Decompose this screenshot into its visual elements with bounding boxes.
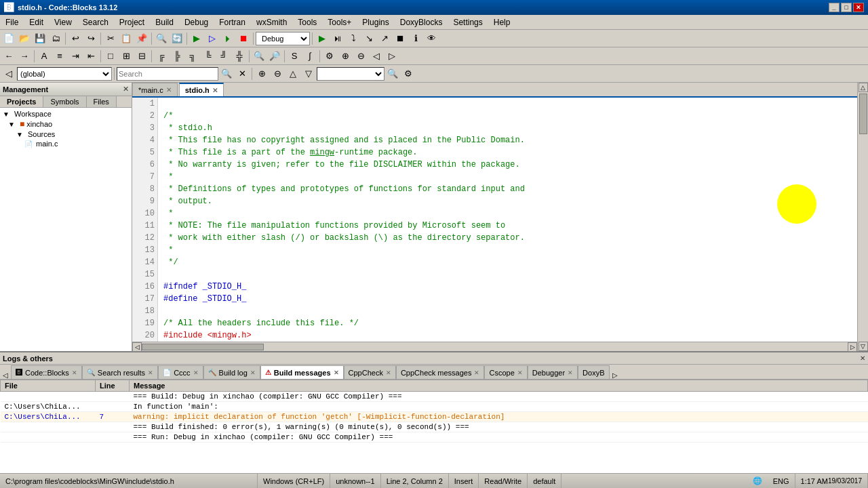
tb3-config[interactable]: ⚙: [401, 66, 416, 81]
bottom-tab-cppcheckm-close[interactable]: ✕: [474, 369, 479, 376]
menu-search[interactable]: Search: [77, 15, 114, 29]
zoom-in-btn[interactable]: 🔍: [252, 49, 267, 64]
find-button[interactable]: 🔍: [154, 31, 169, 46]
tree-workspace[interactable]: ▼ Workspace: [1, 109, 130, 119]
tb2-s-btn[interactable]: S: [287, 49, 302, 64]
tree-project[interactable]: ▼ ■ xinchao: [1, 119, 130, 129]
bottom-tab-cppcheck-close[interactable]: ✕: [386, 369, 391, 376]
undo-button[interactable]: ↩: [68, 31, 83, 46]
code-search-input[interactable]: [117, 67, 218, 81]
tb2-extra5[interactable]: ▷: [384, 49, 399, 64]
bottom-tab-search-close[interactable]: ✕: [148, 369, 153, 376]
tab-main-c-close[interactable]: ✕: [166, 86, 172, 94]
bottom-tab-codeblocks[interactable]: 🅱 Code::Blocks ✕: [11, 365, 82, 379]
global-scope-dropdown[interactable]: (global): [17, 67, 112, 81]
menu-plugins[interactable]: Plugins: [357, 15, 394, 29]
next-line[interactable]: ⤵: [346, 31, 361, 46]
minimize-button[interactable]: _: [829, 3, 840, 12]
search-clear-button[interactable]: ✕: [235, 66, 250, 81]
unindent-btn[interactable]: ⇤: [83, 49, 98, 64]
hscroll-left-arrow[interactable]: ◁: [132, 342, 142, 352]
run-to-cursor[interactable]: ⏯: [330, 31, 345, 46]
menu-debug[interactable]: Debug: [179, 15, 214, 29]
bottom-tab-debugger-close[interactable]: ✕: [568, 369, 573, 376]
bottom-tab-cppcheck[interactable]: CppCheck ✕: [344, 365, 396, 379]
step-in[interactable]: ↘: [361, 31, 376, 46]
vscroll-thumb[interactable]: [859, 94, 867, 134]
hscroll-right-arrow[interactable]: ▷: [848, 342, 857, 352]
tb2-btn10[interactable]: ╔: [154, 49, 169, 64]
stop-button[interactable]: ⏹: [236, 31, 251, 46]
tree-sources[interactable]: ▼ Sources: [1, 129, 130, 139]
horizontal-scrollbar[interactable]: ◁ ▷: [132, 342, 857, 351]
management-close-button[interactable]: ✕: [123, 85, 129, 94]
restore-button[interactable]: □: [841, 3, 852, 12]
tb3-btn3[interactable]: △: [285, 66, 300, 81]
tb2-extra1[interactable]: ⚙: [322, 49, 337, 64]
bottom-tabs-scroll-right[interactable]: ▷: [610, 371, 620, 379]
tb2-btn14[interactable]: ╝: [216, 49, 231, 64]
tab-main-c[interactable]: *main.c ✕: [132, 83, 178, 96]
save-all-button[interactable]: 🗂: [48, 31, 63, 46]
bottom-tab-buildmsg-close[interactable]: ✕: [334, 369, 339, 376]
search-exec-button[interactable]: 🔍: [219, 66, 234, 81]
copy-button[interactable]: 📋: [119, 31, 134, 46]
menu-file[interactable]: File: [0, 15, 24, 29]
bottom-tab-doxyb[interactable]: DoxyB: [578, 365, 609, 379]
bottom-tabs-scroll-left[interactable]: ◁: [0, 371, 11, 379]
bottom-tab-cppcheck-msg[interactable]: CppCheck messages ✕: [396, 365, 485, 379]
debug-info[interactable]: ℹ: [408, 31, 423, 46]
tree-main-c[interactable]: 📄 main.c: [1, 139, 130, 148]
vertical-scrollbar[interactable]: △ ▽: [857, 83, 868, 351]
tab-stdio-h[interactable]: stdio.h ✕: [179, 83, 224, 96]
tb3-search2[interactable]: 🔍: [385, 66, 400, 81]
vscroll-up-arrow[interactable]: △: [859, 83, 868, 92]
menu-view[interactable]: View: [49, 15, 77, 29]
tb2-extra3[interactable]: ⊖: [353, 49, 368, 64]
run-button[interactable]: ▷: [205, 31, 220, 46]
tb2-extra2[interactable]: ⊕: [338, 49, 353, 64]
tb2-btn12[interactable]: ╗: [185, 49, 200, 64]
toolbar3-secondary-dropdown[interactable]: [317, 67, 384, 81]
tb2-extra4[interactable]: ◁: [369, 49, 384, 64]
tb2-btn11[interactable]: ╠: [170, 49, 184, 64]
menu-doxyblocks[interactable]: DoxyBlocks: [395, 15, 448, 29]
debug-button[interactable]: ▶: [315, 31, 330, 46]
menu-edit[interactable]: Edit: [24, 15, 49, 29]
tb2-btn15[interactable]: ╬: [232, 49, 247, 64]
indent-btn[interactable]: ⇥: [68, 49, 83, 64]
tb2-btn13[interactable]: ╚: [201, 49, 216, 64]
build-target-dropdown[interactable]: Debug Release: [256, 32, 310, 45]
code-editor[interactable]: /* * stdio.h * This file has no copyrigh…: [158, 98, 857, 342]
open-file-button[interactable]: 📂: [17, 31, 32, 46]
redo-button[interactable]: ↪: [83, 31, 98, 46]
bottom-tab-cscope-close[interactable]: ✕: [517, 369, 523, 376]
replace-button[interactable]: 🔄: [170, 31, 184, 46]
tab-projects[interactable]: Projects: [0, 96, 43, 107]
vscroll-down-arrow[interactable]: ▽: [859, 342, 868, 351]
bottom-panel-close[interactable]: ✕: [860, 354, 865, 362]
build-run-button[interactable]: ⏵: [220, 31, 235, 46]
toolbar2-btn1[interactable]: ←: [1, 49, 16, 64]
tb2-c-btn[interactable]: ∫: [302, 49, 317, 64]
menu-toolsplus[interactable]: Tools+: [322, 15, 357, 29]
bottom-tab-buildlog-close[interactable]: ✕: [250, 369, 256, 376]
hscroll-thumb[interactable]: [142, 344, 264, 350]
close-button[interactable]: ✕: [853, 3, 864, 12]
menu-build[interactable]: Build: [150, 15, 179, 29]
highlight-btn[interactable]: A: [37, 49, 52, 64]
tb3-btn2[interactable]: ⊖: [270, 66, 285, 81]
paste-button[interactable]: 📌: [134, 31, 149, 46]
tb3-btn1[interactable]: ⊕: [254, 66, 269, 81]
tab-stdio-h-close[interactable]: ✕: [212, 87, 218, 94]
zoom-out-btn[interactable]: 🔎: [267, 49, 282, 64]
toolbar2-btn2[interactable]: →: [17, 49, 32, 64]
bottom-tab-codeblocks-close[interactable]: ✕: [72, 369, 77, 376]
tb3-btn4[interactable]: ▽: [301, 66, 316, 81]
stop-debug[interactable]: ⏹: [393, 31, 408, 46]
menu-settings[interactable]: Settings: [448, 15, 488, 29]
build-button[interactable]: ▶: [189, 31, 204, 46]
menu-tools[interactable]: Tools: [292, 15, 322, 29]
bottom-tab-debugger[interactable]: Debugger ✕: [528, 365, 578, 379]
menu-project[interactable]: Project: [114, 15, 150, 29]
